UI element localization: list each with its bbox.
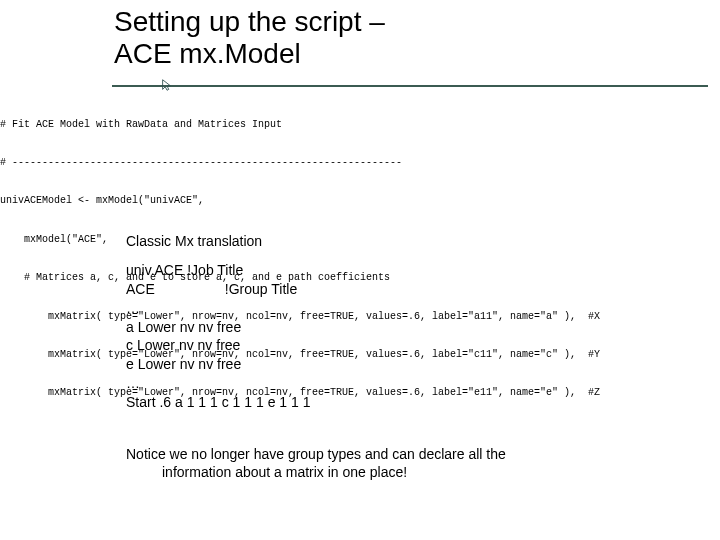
title-line-2: ACE mx.Model: [114, 38, 301, 69]
title-line-1: Setting up the script –: [114, 6, 385, 37]
body-text: Classic Mx translation univ.ACE !Job Tit…: [126, 232, 686, 422]
code-line: # --------------------------------------…: [0, 157, 720, 170]
slide: Setting up the script – ACE mx.Model # F…: [0, 0, 720, 540]
title-underline: [112, 85, 708, 87]
mx-translation: univ.ACE !Job Title ACE !Group Title … a…: [126, 261, 686, 412]
code-line: univACEModel <- mxModel("univACE",: [0, 195, 720, 208]
footnote: Notice we no longer have group types and…: [126, 446, 692, 481]
footnote-line-1: Notice we no longer have group types and…: [126, 446, 506, 462]
page-title: Setting up the script – ACE mx.Model: [114, 6, 674, 70]
body-heading: Classic Mx translation: [126, 232, 686, 251]
code-line: # Fit ACE Model with RawData and Matrice…: [0, 119, 720, 132]
footnote-line-2: information about a matrix in one place!: [126, 464, 692, 482]
